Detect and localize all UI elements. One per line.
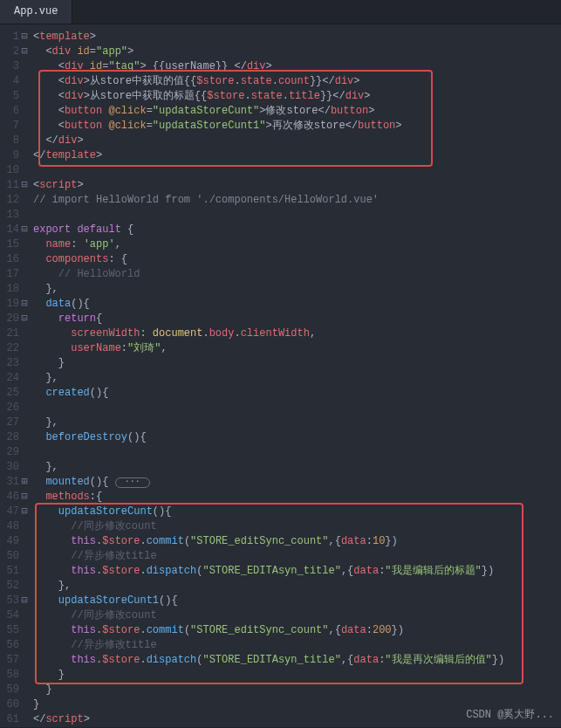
fold-icon[interactable] — [19, 653, 30, 668]
fold-icon[interactable] — [19, 564, 30, 579]
fold-pill[interactable]: ··· — [115, 477, 150, 488]
fold-icon[interactable] — [19, 371, 30, 386]
fold-icon[interactable] — [19, 163, 30, 178]
fold-icon[interactable]: ⊟ — [19, 297, 30, 312]
fold-icon[interactable] — [19, 341, 30, 356]
fold-icon[interactable] — [19, 119, 30, 134]
fold-icon[interactable] — [19, 326, 30, 341]
fold-icon[interactable] — [19, 104, 30, 119]
fold-icon[interactable] — [19, 252, 30, 267]
fold-icon[interactable]: ⊟ — [19, 594, 30, 608]
fold-icon[interactable]: ⊟ — [19, 505, 30, 519]
fold-icon[interactable] — [19, 608, 30, 623]
fold-icon[interactable]: ⊞ — [19, 475, 30, 490]
fold-icon[interactable] — [19, 416, 30, 430]
fold-icon[interactable] — [19, 59, 30, 74]
fold-icon[interactable] — [19, 386, 30, 401]
line-numbers: 1234567891011121314151617181920212223242… — [0, 24, 19, 727]
fold-icon[interactable] — [19, 445, 30, 460]
code-content[interactable]: <template> <div id="app"> <div id="tag">… — [30, 24, 504, 727]
fold-icon[interactable] — [19, 193, 30, 208]
fold-icon[interactable] — [19, 267, 30, 282]
fold-icon[interactable] — [19, 237, 30, 252]
fold-icon[interactable] — [19, 697, 30, 712]
fold-icon[interactable] — [19, 134, 30, 148]
fold-icon[interactable]: ⊟ — [19, 490, 30, 505]
fold-icon[interactable] — [19, 638, 30, 653]
fold-icon[interactable]: ⊟ — [19, 30, 30, 45]
fold-icon[interactable] — [19, 356, 30, 371]
fold-icon[interactable] — [19, 712, 30, 727]
fold-icon[interactable] — [19, 74, 30, 89]
fold-icon[interactable]: ⊟ — [19, 223, 30, 237]
fold-icon[interactable] — [19, 623, 30, 638]
gutter: 1234567891011121314151617181920212223242… — [0, 24, 19, 727]
fold-icon[interactable] — [19, 668, 30, 683]
fold-icon[interactable] — [19, 208, 30, 223]
tab-bar: App.vue — [0, 0, 561, 24]
fold-icon[interactable]: ⊟ — [19, 178, 30, 193]
fold-icon[interactable] — [19, 89, 30, 104]
fold-icon[interactable] — [19, 683, 30, 697]
file-tab[interactable]: App.vue — [0, 0, 72, 24]
watermark: CSDN @奚大野... — [466, 707, 554, 722]
fold-icon[interactable] — [19, 430, 30, 445]
fold-icon[interactable] — [19, 579, 30, 594]
fold-icon[interactable]: ⊟ — [19, 312, 30, 326]
fold-icon[interactable] — [19, 519, 30, 534]
fold-icon[interactable] — [19, 549, 30, 564]
fold-icon[interactable] — [19, 401, 30, 416]
fold-icon[interactable]: ⊟ — [19, 45, 30, 59]
fold-icon[interactable] — [19, 460, 30, 475]
code-editor[interactable]: 1234567891011121314151617181920212223242… — [0, 24, 561, 727]
fold-column: ⊟⊟⊟⊟⊟⊟⊞⊟⊟⊟ — [19, 24, 30, 727]
fold-icon[interactable] — [19, 282, 30, 297]
fold-icon[interactable] — [19, 534, 30, 549]
fold-icon[interactable] — [19, 148, 30, 163]
